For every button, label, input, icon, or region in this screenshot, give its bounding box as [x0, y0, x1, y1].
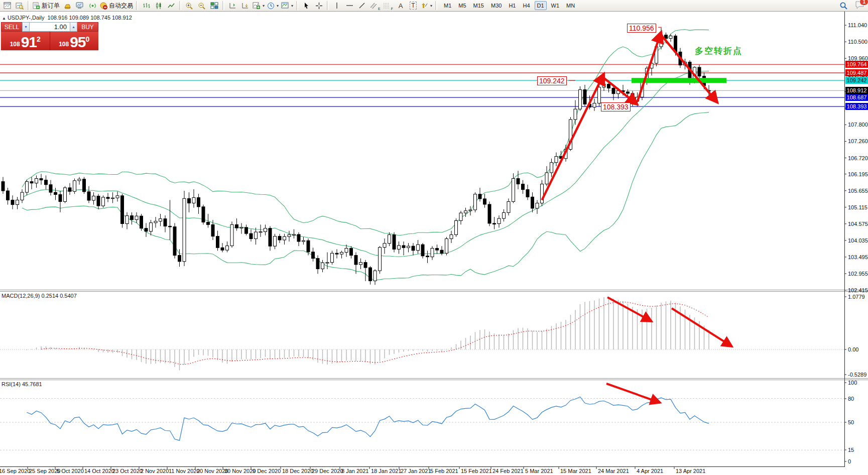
text-tool[interactable]: A	[395, 1, 407, 11]
candle-body	[54, 192, 57, 194]
candle-body	[278, 236, 281, 240]
market-depth-button[interactable]	[61, 1, 73, 11]
search-icon[interactable]	[839, 2, 848, 10]
candle-body	[207, 222, 210, 224]
timeframe-button-w1[interactable]: W1	[549, 1, 562, 10]
candle-body	[49, 185, 52, 192]
candle-body	[68, 188, 71, 191]
candlestick-mode-button[interactable]	[153, 1, 165, 11]
candle-body	[550, 163, 553, 173]
text-label-tool[interactable]: T	[407, 1, 419, 11]
auto-trading-button[interactable]: 自动交易	[99, 1, 134, 11]
candle-body	[178, 256, 181, 262]
candle-body	[359, 263, 362, 265]
candle-body	[35, 179, 38, 183]
date-label: 20 Nov 2020	[197, 468, 228, 474]
timeframe-button-m30[interactable]: M30	[488, 1, 504, 10]
candle-body	[192, 197, 195, 203]
peak-price-label[interactable]: 110.956	[627, 24, 656, 33]
timeframe-button-m1[interactable]: M1	[441, 1, 454, 10]
auto-scroll-button[interactable]	[239, 1, 251, 11]
sell-button[interactable]: SELL	[1, 22, 22, 32]
cursor-tool-button[interactable]	[300, 1, 312, 11]
market-watch-icon[interactable]	[14, 1, 26, 11]
bollinger-band	[22, 30, 709, 235]
timeframe-button-h1[interactable]: H1	[506, 1, 518, 10]
candle-body	[92, 196, 95, 200]
timeframe-button-d1[interactable]: D1	[535, 1, 547, 10]
price-tag: 108.912	[845, 87, 868, 94]
candle-body	[374, 271, 377, 281]
fibonacci-tool[interactable]: F	[382, 1, 394, 11]
candle-body	[369, 268, 372, 281]
vline-icon	[334, 2, 339, 9]
candle-body	[417, 245, 420, 251]
vertical-line-tool[interactable]	[331, 1, 343, 11]
candle-body	[159, 219, 162, 221]
bollinger-band	[22, 112, 709, 281]
indicators-button[interactable]: ▾	[252, 1, 266, 11]
timeframe-button-m5[interactable]: M5	[456, 1, 468, 10]
candle-body	[293, 234, 296, 235]
periods-button[interactable]: ▾	[266, 1, 280, 11]
candle-body	[173, 227, 176, 256]
date-label: 13 Apr 2021	[676, 468, 705, 474]
rsi-trend-arrow[interactable]	[606, 384, 660, 403]
volume-input[interactable]: 1.00	[30, 22, 70, 32]
candle-body	[669, 36, 672, 39]
candle-body	[145, 228, 148, 231]
price-tick-label: 103.495	[848, 254, 868, 260]
templates-button[interactable]: ▾	[280, 1, 294, 11]
crosshair-tool-button[interactable]	[313, 1, 325, 11]
trend-arrow[interactable]	[542, 74, 604, 200]
rsi-pane[interactable]	[0, 384, 844, 450]
pane-separator[interactable]	[0, 378, 868, 379]
chart-window-icon[interactable]	[1, 1, 13, 11]
ask-price-button[interactable]: 108 95 0	[50, 32, 99, 50]
channel-tool[interactable]: E	[368, 1, 382, 11]
magnifier-chart-icon	[16, 2, 24, 10]
price-tick-label: 106.720	[848, 155, 868, 161]
horizontal-line-tool[interactable]	[343, 1, 355, 11]
main-toolbar: 新订单 自动交易 ▾ ▾	[0, 0, 868, 12]
chart-shift-button[interactable]	[226, 1, 238, 11]
timeframe-button-h4[interactable]: H4	[520, 1, 532, 10]
candle-body	[131, 216, 134, 220]
candle-body	[388, 235, 391, 244]
timeframe-button-mn[interactable]: MN	[564, 1, 577, 10]
price-tick-label: 111.040	[848, 22, 867, 28]
price-axis-line	[844, 12, 845, 467]
notifications-button[interactable]: 1	[855, 1, 865, 11]
buy-button[interactable]: BUY	[77, 22, 98, 32]
new-order-button[interactable]: 新订单	[32, 1, 61, 11]
line-chart-mode-button[interactable]	[165, 1, 177, 11]
tile-windows-button[interactable]	[208, 1, 220, 11]
candle-body	[216, 236, 219, 248]
macd-trend-arrow[interactable]	[607, 297, 652, 321]
volume-decrease-button[interactable]: ▼	[22, 22, 30, 32]
arrows-tool[interactable]: ▾	[420, 1, 433, 11]
volume-increase-button[interactable]: ▲	[70, 22, 77, 32]
signals-button[interactable]	[86, 1, 98, 11]
zoom-in-button[interactable]	[183, 1, 195, 11]
candle-body	[464, 211, 467, 213]
low-price-label[interactable]: 108.393	[601, 102, 631, 111]
macd-pane[interactable]	[0, 297, 844, 371]
trendline-tool[interactable]	[356, 1, 368, 11]
mid-price-label[interactable]: 109.242	[537, 76, 567, 85]
candle-body	[340, 252, 343, 254]
bid-price-button[interactable]: 108 91 2	[1, 32, 50, 50]
zoom-out-button[interactable]	[196, 1, 208, 11]
bar-chart-mode-button[interactable]	[140, 1, 152, 11]
terminal-button[interactable]	[74, 1, 86, 11]
candle-body	[593, 103, 596, 107]
timeframe-button-m15[interactable]: M15	[471, 1, 486, 10]
trend-arrow[interactable]	[638, 32, 662, 102]
macd-trend-arrow[interactable]	[672, 308, 732, 346]
candle-body	[469, 210, 472, 211]
chart-canvas[interactable]	[0, 0, 868, 475]
candle-body	[7, 191, 10, 200]
turning-point-annotation[interactable]: 多空转折点	[695, 45, 742, 57]
main-pane[interactable]	[0, 28, 844, 285]
pane-separator[interactable]	[0, 290, 868, 290]
